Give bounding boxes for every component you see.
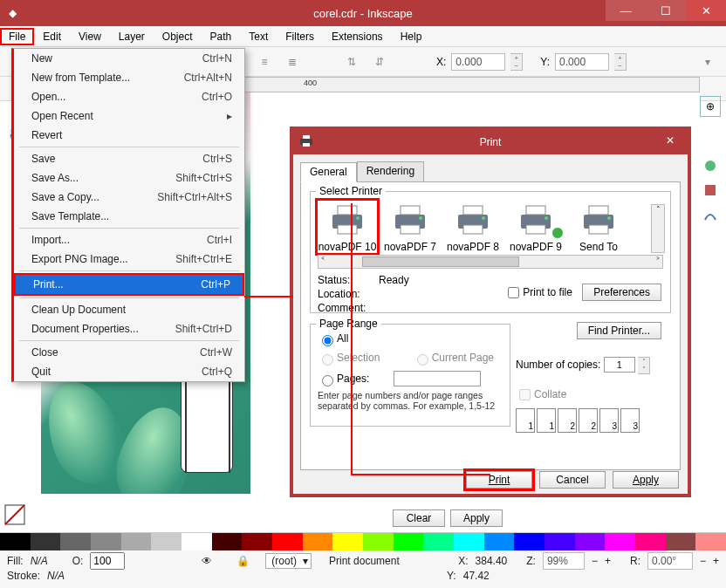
minimize-button[interactable]: — <box>606 0 646 21</box>
opacity-input[interactable] <box>90 552 125 570</box>
y-spinner[interactable]: +− <box>614 53 627 71</box>
swatch[interactable] <box>121 533 152 550</box>
cancel-button[interactable]: Cancel <box>539 471 606 489</box>
printer-novapdf-7[interactable]: novaPDF 7 <box>380 201 440 253</box>
menu-text[interactable]: Text <box>240 28 277 45</box>
menu-item-quit[interactable]: QuitCtrl+Q <box>14 362 244 381</box>
menu-item-clean-up-document[interactable]: Clean Up Document <box>14 300 244 319</box>
apply-button[interactable]: Apply <box>613 471 679 489</box>
swatch[interactable] <box>31 533 61 550</box>
align-icon-2[interactable]: ≣ <box>281 51 304 73</box>
snap-button-icon[interactable]: ⊕ <box>700 96 721 117</box>
menu-item-revert[interactable]: Revert <box>14 126 244 145</box>
swatch[interactable] <box>242 533 272 550</box>
copies-spinner[interactable]: ˄˅ <box>638 357 650 374</box>
menu-item-save[interactable]: SaveCtrl+S <box>14 149 244 168</box>
collate-checkbox[interactable] <box>519 389 531 400</box>
clear-button[interactable]: Clear <box>393 509 445 527</box>
distribute-icon[interactable]: ⇅ <box>340 51 363 73</box>
menu-item-save-a-copy-[interactable]: Save a Copy...Shift+Ctrl+Alt+S <box>14 188 244 207</box>
menu-item-close[interactable]: CloseCtrl+W <box>14 343 244 362</box>
swatch[interactable] <box>575 533 606 550</box>
menu-item-open-recent[interactable]: Open Recent▸ <box>14 106 244 126</box>
swatch[interactable] <box>605 533 635 550</box>
swatch[interactable] <box>394 533 424 550</box>
printer-hscroll[interactable]: ˂˃ <box>318 255 663 269</box>
x-field[interactable]: 0.000 <box>451 53 505 71</box>
swatch[interactable] <box>454 533 484 550</box>
x-spinner[interactable]: +− <box>510 53 523 71</box>
rot-minus-button[interactable]: − <box>700 555 706 567</box>
swatch[interactable] <box>303 533 333 550</box>
page-current-radio[interactable] <box>417 354 428 366</box>
close-button[interactable]: ✕ <box>686 0 726 21</box>
menu-filters[interactable]: Filters <box>277 28 323 45</box>
zoom-in-button[interactable]: + <box>605 555 611 567</box>
rot-plus-button[interactable]: + <box>713 555 719 567</box>
copies-input[interactable] <box>604 357 635 373</box>
menu-edit[interactable]: Edit <box>34 28 70 45</box>
swatch[interactable] <box>151 533 182 550</box>
menu-item-export-png-image-[interactable]: Export PNG Image...Shift+Ctrl+E <box>14 250 244 269</box>
lock-icon[interactable]: 🔒 <box>236 555 250 567</box>
visibility-icon[interactable]: 👁 <box>202 555 212 567</box>
menu-item-new[interactable]: NewCtrl+N <box>14 49 244 68</box>
menu-item-import-[interactable]: Import...Ctrl+I <box>14 230 244 250</box>
menu-item-save-as-[interactable]: Save As...Shift+Ctrl+S <box>14 168 244 188</box>
color-none-icon[interactable] <box>3 503 26 529</box>
zoom-out-button[interactable]: − <box>592 555 598 567</box>
print-to-file-checkbox[interactable] <box>508 287 519 298</box>
distribute-icon-2[interactable]: ⇵ <box>368 51 391 73</box>
tab-rendering[interactable]: Rendering <box>357 161 424 181</box>
printer-send-to[interactable]: Send To <box>569 201 628 253</box>
align-icon[interactable]: ≡ <box>253 51 276 73</box>
menu-layer[interactable]: Layer <box>110 28 154 45</box>
dialog-close-button[interactable]: ✕ <box>653 130 688 151</box>
printer-novapdf-8[interactable]: novaPDF 8 <box>443 201 503 253</box>
menu-view[interactable]: View <box>70 28 110 45</box>
panel-apply-button[interactable]: Apply <box>450 509 503 527</box>
swatch[interactable] <box>0 533 31 550</box>
menu-file[interactable]: File <box>0 28 34 45</box>
swatch[interactable] <box>514 533 544 550</box>
menu-path[interactable]: Path <box>202 28 241 45</box>
menu-help[interactable]: Help <box>392 28 431 45</box>
tab-general[interactable]: General <box>300 162 357 182</box>
menu-item-print-[interactable]: Print...Ctrl+P <box>14 273 244 296</box>
printer-novapdf-10[interactable]: novaPDF 10 <box>318 201 377 253</box>
swatch[interactable] <box>60 533 91 550</box>
dock-tool-1-icon[interactable] <box>700 155 721 176</box>
menu-item-save-template-[interactable]: Save Template... <box>14 207 244 226</box>
dock-tool-3-icon[interactable] <box>700 204 721 225</box>
rotation-field[interactable]: 0.00° <box>647 552 693 570</box>
page-all-radio[interactable] <box>322 335 333 346</box>
swatch[interactable] <box>212 533 243 550</box>
pages-input[interactable] <box>394 371 481 386</box>
swatch[interactable] <box>182 533 212 550</box>
y-field[interactable]: 0.000 <box>555 53 609 71</box>
swatch[interactable] <box>332 533 363 550</box>
swatch[interactable] <box>635 533 666 550</box>
page-pages-radio[interactable] <box>322 375 333 386</box>
menu-item-document-properties-[interactable]: Document Properties...Shift+Ctrl+D <box>14 319 244 338</box>
printer-novapdf-9[interactable]: novaPDF 9 <box>506 201 565 253</box>
menu-item-open-[interactable]: Open...Ctrl+O <box>14 87 244 106</box>
printer-vscroll[interactable]: ˄ <box>651 204 665 253</box>
preferences-button[interactable]: Preferences <box>582 284 661 301</box>
find-printer-button[interactable]: Find Printer... <box>577 322 661 339</box>
toolbar-menu-arrow-icon[interactable]: ▾ <box>696 51 719 73</box>
swatch[interactable] <box>91 533 121 550</box>
layer-selector[interactable]: (root)▾ <box>265 553 312 569</box>
swatch[interactable] <box>695 533 726 550</box>
dock-tool-2-icon[interactable] <box>700 180 721 201</box>
swatch[interactable] <box>544 533 575 550</box>
swatch[interactable] <box>484 533 515 550</box>
swatch[interactable] <box>666 533 696 550</box>
swatch[interactable] <box>423 533 454 550</box>
zoom-field[interactable]: 99% <box>543 552 585 570</box>
menu-object[interactable]: Object <box>154 28 202 45</box>
menu-item-new-from-template-[interactable]: New from Template...Ctrl+Alt+N <box>14 68 244 87</box>
page-selection-radio[interactable] <box>322 354 333 366</box>
swatch[interactable] <box>272 533 303 550</box>
menu-extensions[interactable]: Extensions <box>323 28 392 45</box>
